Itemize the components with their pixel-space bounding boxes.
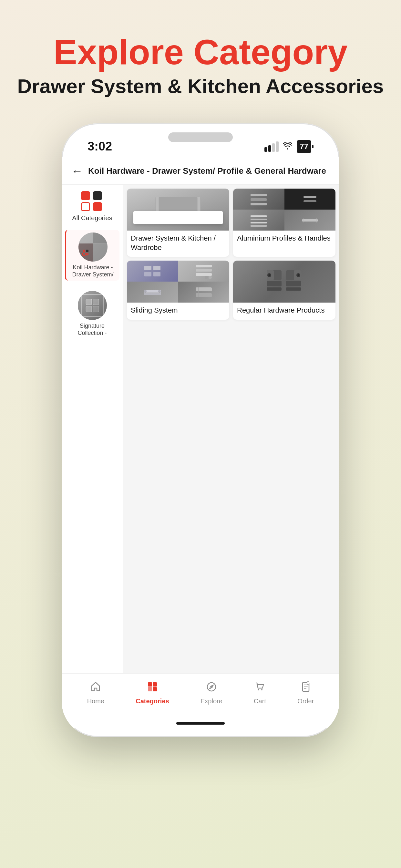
svg-rect-30: [196, 265, 212, 268]
wifi-icon: [283, 142, 292, 152]
svg-rect-17: [304, 196, 316, 198]
svg-rect-0: [83, 250, 85, 252]
logo-cell-2: [93, 191, 102, 200]
svg-point-34: [205, 276, 208, 279]
svg-point-37: [144, 290, 147, 292]
svg-rect-32: [196, 273, 212, 276]
categories-icon: [147, 681, 158, 695]
logo-cell-4: [93, 202, 102, 211]
svg-rect-16: [251, 203, 267, 206]
sidebar-item-signature-label: Signature Collection -: [67, 322, 117, 337]
sidebar-thumb-koil: [79, 232, 107, 261]
app-content: ← Koil Hardware - Drawer System/ Profile…: [62, 157, 339, 728]
svg-rect-13: [159, 197, 197, 217]
app-logo: All Categories: [72, 191, 112, 222]
svg-rect-27: [144, 272, 151, 276]
svg-rect-36: [144, 293, 161, 295]
svg-rect-9: [156, 197, 159, 222]
nav-home-label: Home: [87, 698, 104, 705]
svg-rect-4: [86, 299, 92, 305]
status-time: 3:02: [88, 140, 112, 153]
nav-item-explore[interactable]: Explore: [194, 678, 229, 708]
svg-rect-25: [316, 218, 317, 222]
sidebar-item-koil-label: Koil Hardware - Drawer System/: [69, 264, 117, 278]
nav-header: ← Koil Hardware - Drawer System/ Profile…: [62, 157, 339, 185]
card-label-regular: Regular Hardware Products: [233, 303, 335, 320]
home-icon: [90, 681, 101, 695]
svg-rect-2: [83, 253, 85, 255]
nav-title: Koil Hardware - Drawer System/ Profile &…: [88, 166, 326, 177]
sidebar-item-signature[interactable]: Signature Collection -: [65, 288, 120, 339]
svg-rect-7: [93, 306, 99, 312]
svg-rect-66: [307, 682, 309, 684]
svg-rect-28: [153, 266, 160, 270]
category-card-aluminium[interactable]: Aluminium Profiles & Handles: [233, 189, 335, 257]
svg-rect-54: [148, 682, 152, 686]
status-bar: 3:02 77: [62, 123, 339, 157]
nav-cart-label: Cart: [254, 698, 266, 705]
battery-icon: 77: [297, 140, 313, 153]
card-image-sliding: [127, 260, 229, 303]
page-subtitle: Drawer System & Kitchen Accessories: [18, 74, 384, 97]
card-label-sliding: Sliding System: [127, 303, 229, 320]
svg-point-60: [258, 689, 259, 690]
svg-rect-6: [86, 306, 92, 312]
sidebar-thumb-signature: [78, 291, 107, 320]
logo-grid: [81, 191, 103, 211]
category-grid: Drawer System & Kitchen / Wardrobe: [123, 185, 339, 673]
svg-rect-41: [198, 287, 199, 297]
bottom-nav: Home Categories: [62, 673, 339, 718]
nav-item-home[interactable]: Home: [81, 678, 111, 708]
svg-rect-19: [251, 215, 267, 217]
svg-point-38: [158, 290, 161, 292]
category-card-drawer[interactable]: Drawer System & Kitchen / Wardrobe: [127, 189, 229, 257]
signal-icon: [265, 142, 279, 152]
svg-rect-20: [251, 219, 267, 220]
svg-point-61: [261, 689, 263, 690]
nav-categories-label: Categories: [135, 698, 169, 705]
svg-rect-53: [286, 287, 301, 290]
svg-rect-18: [304, 200, 316, 202]
home-indicator: [62, 718, 339, 728]
svg-point-51: [297, 275, 299, 276]
nav-item-cart[interactable]: Cart: [247, 678, 273, 708]
logo-cell-3: [81, 202, 90, 211]
svg-rect-22: [251, 225, 267, 227]
card-image-aluminium: [233, 189, 335, 230]
svg-rect-14: [251, 194, 267, 196]
svg-rect-12: [156, 221, 200, 222]
svg-rect-57: [153, 687, 157, 691]
svg-point-59: [211, 686, 212, 687]
svg-rect-11: [156, 216, 200, 221]
svg-rect-23: [302, 219, 318, 221]
svg-point-33: [209, 276, 212, 279]
all-categories-label: All Categories: [72, 214, 112, 222]
category-card-sliding[interactable]: Sliding System: [127, 260, 229, 320]
sidebar: All Categories Koil Ha: [62, 185, 123, 673]
svg-rect-55: [153, 682, 157, 686]
svg-rect-29: [153, 272, 160, 276]
card-image-regular: [233, 260, 335, 303]
sidebar-item-koil[interactable]: Koil Hardware - Drawer System/: [65, 230, 120, 281]
card-label-drawer: Drawer System & Kitchen / Wardrobe: [127, 230, 229, 257]
card-label-aluminium: Aluminium Profiles & Handles: [233, 230, 335, 248]
phone-shell: 3:02 77: [62, 123, 339, 737]
card-image-drawer: [127, 189, 229, 230]
svg-rect-46: [267, 281, 281, 286]
svg-rect-47: [267, 287, 281, 290]
svg-rect-24: [303, 218, 304, 222]
order-icon: [300, 681, 312, 695]
nav-item-order[interactable]: Order: [291, 678, 320, 708]
back-button[interactable]: ←: [71, 164, 83, 178]
nav-order-label: Order: [297, 698, 314, 705]
nav-explore-label: Explore: [201, 698, 222, 705]
category-card-regular[interactable]: Regular Hardware Products: [233, 260, 335, 320]
nav-item-categories[interactable]: Categories: [129, 678, 175, 708]
main-layout: All Categories Koil Ha: [62, 185, 339, 673]
svg-rect-31: [196, 269, 212, 272]
cart-icon: [254, 681, 266, 695]
home-bar: [176, 722, 225, 724]
page-header: Explore Category Drawer System & Kitchen…: [18, 32, 384, 97]
page-title: Explore Category: [18, 32, 384, 71]
svg-rect-10: [197, 197, 200, 222]
